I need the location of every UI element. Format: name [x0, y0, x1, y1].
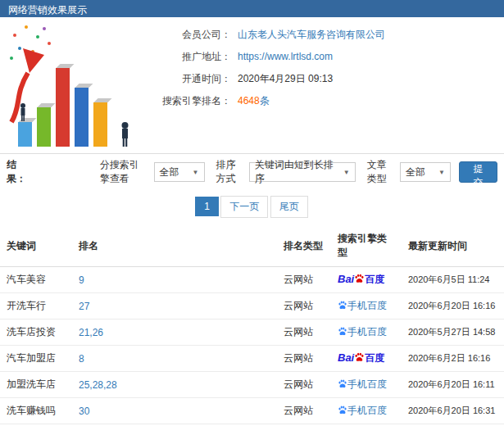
article-type-select[interactable]: 全部 ▼ — [400, 162, 451, 182]
engine-cell: Bai百度 手机百度 — [331, 293, 402, 320]
engine-filter-select[interactable]: 全部 ▼ — [154, 162, 205, 182]
last-page-button[interactable]: 尾页 — [270, 196, 308, 218]
baidu-paw-icon — [354, 274, 365, 287]
sort-label: 排序方式 — [216, 158, 244, 186]
sort-value: 关键词由短到长排序 — [255, 158, 337, 186]
engine-filter-label: 分搜索引擎查看 — [100, 158, 149, 186]
results-table: 关键词排名排名类型搜索引擎类型最新更新时间 汽车美容 9 云网站 Bai百度 手… — [0, 225, 504, 426]
opened-label: 开通时间： — [152, 71, 231, 86]
table-row: 开洗车行 27 云网站 Bai百度 手机百度 2020年6月20日 16:16 — [0, 293, 504, 320]
chart-bar — [18, 122, 32, 147]
mobile-baidu-text: 手机百度 — [347, 326, 387, 338]
table-row: 汽车美容 9 云网站 Bai百度 手机百度 2020年6月5日 11:24 — [0, 267, 504, 293]
article-type-label: 文章类型 — [367, 158, 395, 186]
mobile-baidu-logo: 手机百度 — [338, 326, 387, 338]
chart-illustration — [5, 20, 146, 150]
table-row: 汽车加盟店 8 云网站 Bai百度 手机百度 2020年6月2日 16:16 — [0, 346, 504, 372]
submit-button[interactable]: 提交 — [459, 161, 497, 183]
keyword-cell: 开洗车行 — [0, 293, 72, 320]
table-row: 洗车店投资 21,26 云网站 Bai百度 手机百度 2020年5月27日 14… — [0, 320, 504, 346]
keyword-cell: 加盟洗车店 — [0, 372, 72, 398]
next-page-button[interactable]: 下一页 — [220, 196, 268, 218]
company-link[interactable]: 山东老人头汽车服务咨询有限公司 — [238, 27, 385, 42]
column-header: 排名 — [72, 225, 277, 267]
mobile-baidu-paw-icon — [338, 379, 347, 392]
rank-type-cell: 云网站 — [277, 346, 331, 372]
rank-cell[interactable]: 27 — [72, 293, 277, 320]
rank-label: 搜索引擎排名： — [152, 93, 231, 108]
rank-type-cell: 云网站 — [277, 398, 331, 424]
column-header: 排名类型 — [277, 225, 331, 267]
pagination: 1 下一页 尾页 — [0, 190, 504, 225]
chart-bar — [93, 102, 107, 147]
confetti-dot — [25, 25, 28, 29]
rank-cell[interactable]: 21,26 — [72, 320, 277, 346]
mobile-baidu-logo: 手机百度 — [338, 405, 387, 416]
rank-cell[interactable]: 9 — [72, 267, 277, 293]
page-1-button[interactable]: 1 — [195, 197, 219, 216]
mobile-baidu-text: 手机百度 — [347, 378, 387, 390]
rank-type-cell: 云网站 — [277, 372, 331, 398]
update-time-cell: 2020年5月27日 14:58 — [402, 320, 504, 346]
update-time-cell: 2020年6月20日 16:16 — [402, 293, 504, 320]
table-body: 汽车美容 9 云网站 Bai百度 手机百度 2020年6月5日 11:24 开洗… — [0, 267, 504, 426]
engine-cell: Bai百度 手机百度 — [331, 398, 402, 424]
baidu-cn-text: 百度 — [365, 274, 384, 285]
rank-unit: 条 — [260, 95, 270, 106]
rank-cell[interactable]: 8 — [72, 346, 277, 372]
baidu-logo: Bai百度 — [338, 274, 384, 285]
baidu-logo: Bai百度 — [338, 352, 384, 364]
person-figure-icon — [120, 122, 130, 147]
mobile-baidu-paw-icon — [338, 301, 347, 313]
baidu-latin-text: Bai — [338, 351, 354, 364]
page-title: 网络营销效果展示 — [0, 0, 504, 17]
chart-bar — [75, 88, 89, 147]
rank-type-cell: 云网站 — [277, 293, 331, 320]
article-type-value: 全部 — [406, 165, 425, 179]
table-row: 加盟洗车店 25,28,28 云网站 Bai百度 手机百度 2020年6月20日… — [0, 372, 504, 398]
keyword-cell: 洗车店投资 — [0, 320, 72, 346]
table-row: 洗车赚钱吗 30 云网站 Bai百度 手机百度 2020年6月20日 16:31 — [0, 398, 504, 424]
engine-cell: Bai百度 手机百度 — [331, 320, 402, 346]
info-panel: 会员公司： 山东老人头汽车服务咨询有限公司 推广地址： https://www.… — [0, 17, 504, 154]
engine-cell: Bai百度 手机百度 — [331, 346, 402, 372]
column-header: 搜索引擎类型 — [331, 225, 402, 267]
baidu-latin-text: Bai — [338, 273, 354, 285]
site-link[interactable]: https://www.lrtlsd.com — [238, 49, 333, 64]
rank-type-cell: 云网站 — [277, 320, 331, 346]
update-time-cell: 2020年6月20日 16:31 — [402, 398, 504, 424]
column-header: 最新更新时间 — [402, 225, 504, 267]
rank-count: 4648 — [238, 95, 260, 106]
opened-value: 2020年4月29日 09:13 — [238, 71, 333, 86]
column-header: 关键词 — [0, 225, 72, 267]
chevron-down-icon: ▼ — [343, 169, 350, 176]
keyword-cell: 洗车赚钱吗 — [0, 398, 72, 424]
mobile-baidu-text: 手机百度 — [347, 300, 387, 311]
mobile-baidu-text: 手机百度 — [347, 405, 387, 416]
baidu-cn-text: 百度 — [365, 352, 384, 364]
update-time-cell: 2020年6月5日 11:24 — [402, 267, 504, 293]
chevron-down-icon: ▼ — [193, 169, 199, 176]
table-header-row: 关键词排名排名类型搜索引擎类型最新更新时间 — [0, 225, 504, 267]
mobile-baidu-paw-icon — [338, 406, 347, 418]
chart-bar — [37, 107, 51, 147]
rank-cell[interactable]: 25,28,28 — [72, 372, 277, 398]
mobile-baidu-logo: 手机百度 — [338, 300, 387, 311]
engine-cell: Bai百度 手机百度 — [331, 372, 402, 398]
company-label: 会员公司： — [152, 27, 231, 42]
chevron-down-icon: ▼ — [438, 169, 445, 176]
engine-cell: Bai百度 手机百度 — [331, 267, 402, 293]
engine-filter-value: 全部 — [160, 165, 179, 179]
mobile-baidu-logo: 手机百度 — [338, 378, 387, 390]
sort-select[interactable]: 关键词由短到长排序 ▼ — [249, 162, 356, 182]
update-time-cell: 2020年6月20日 16:11 — [402, 372, 504, 398]
rank-cell[interactable]: 30 — [72, 398, 277, 424]
mobile-baidu-paw-icon — [338, 327, 347, 339]
member-info: 会员公司： 山东老人头汽车服务咨询有限公司 推广地址： https://www.… — [152, 27, 385, 116]
filter-bar: 结果： 分搜索引擎查看 全部 ▼ 排序方式 关键词由短到长排序 ▼ 文章类型 全… — [0, 154, 504, 190]
chart-bar — [56, 68, 70, 147]
keyword-cell: 汽车加盟店 — [0, 346, 72, 372]
baidu-paw-icon — [354, 352, 365, 365]
person-figure-icon — [19, 103, 27, 121]
update-time-cell: 2020年6月2日 16:16 — [402, 346, 504, 372]
